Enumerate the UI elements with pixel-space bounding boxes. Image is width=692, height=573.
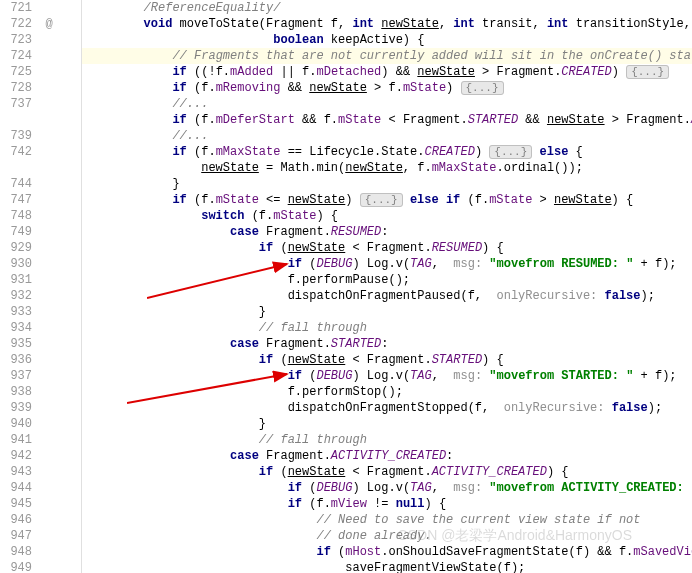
line-number[interactable]: 721	[0, 0, 32, 16]
line-number[interactable]: 939	[0, 400, 32, 416]
line-number[interactable]: 728	[0, 80, 32, 96]
code-line[interactable]: if (f.mMaxState == Lifecycle.State.CREAT…	[82, 144, 692, 160]
gutter-marker	[40, 96, 58, 112]
token: ,	[432, 257, 446, 271]
token: < Fragment.	[381, 113, 467, 127]
code-line[interactable]: //...	[82, 96, 692, 112]
code-line[interactable]: if (newState < Fragment.RESUMED) {	[82, 240, 692, 256]
code-line[interactable]: if (f.mDeferStart && f.mState < Fragment…	[82, 112, 692, 128]
line-number[interactable]: 742	[0, 144, 32, 160]
token: int	[547, 17, 569, 31]
line-number[interactable]: 748	[0, 208, 32, 224]
line-number[interactable]: 932	[0, 288, 32, 304]
code-line[interactable]: case Fragment.RESUMED:	[82, 224, 692, 240]
code-line[interactable]: boolean keepActive) {	[82, 32, 692, 48]
line-number[interactable]: 723	[0, 32, 32, 48]
line-number[interactable]: 930	[0, 256, 32, 272]
gutter-marker	[40, 288, 58, 304]
code-line[interactable]: // fall through	[82, 320, 692, 336]
token: newState	[417, 65, 475, 79]
gutter-marker	[40, 256, 58, 272]
line-number[interactable]: 938	[0, 384, 32, 400]
line-number[interactable]: 937	[0, 368, 32, 384]
line-number[interactable]: 747	[0, 192, 32, 208]
watermark: CSDN @老梁学Android&HarmonyOS	[398, 527, 632, 543]
line-number[interactable]: 722	[0, 16, 32, 32]
token: if	[316, 545, 330, 559]
line-number[interactable]: 941	[0, 432, 32, 448]
code-line[interactable]: // fall through	[82, 432, 692, 448]
line-number[interactable]: 942	[0, 448, 32, 464]
line-number[interactable]: 940	[0, 416, 32, 432]
token: ,	[432, 369, 446, 383]
code-line[interactable]: //...	[82, 128, 692, 144]
token: (f.	[187, 193, 216, 207]
line-number[interactable]: 934	[0, 320, 32, 336]
code-line[interactable]: case Fragment.STARTED:	[82, 336, 692, 352]
code-line[interactable]: if (f.mRemoving && newState > f.mState) …	[82, 80, 692, 96]
token: // Fragments that are not currently adde…	[172, 49, 692, 63]
code-line[interactable]: if (newState < Fragment.STARTED) {	[82, 352, 692, 368]
gutter-marker	[40, 144, 58, 160]
code-line[interactable]: }	[82, 176, 692, 192]
line-number[interactable]: 935	[0, 336, 32, 352]
code-line[interactable]: }	[82, 416, 692, 432]
token: , f.	[403, 161, 432, 175]
gutter-marker	[40, 176, 58, 192]
token: ) Log.	[352, 369, 395, 383]
code-line[interactable]: if (DEBUG) Log.v(TAG, msg: "movefrom ACT…	[82, 480, 692, 496]
line-number[interactable]: 948	[0, 544, 32, 560]
token: if	[172, 81, 186, 95]
code-line[interactable]: if (DEBUG) Log.v(TAG, msg: "movefrom STA…	[82, 368, 692, 384]
code-line[interactable]: /ReferenceEquality/	[82, 0, 692, 16]
code-line[interactable]: f.performStop();	[82, 384, 692, 400]
line-number[interactable]: 947	[0, 528, 32, 544]
code-line[interactable]: if (newState < Fragment.ACTIVITY_CREATED…	[82, 464, 692, 480]
code-line[interactable]: void moveToState(Fragment f, int newStat…	[82, 16, 692, 32]
code-line[interactable]: // Fragments that are not currently adde…	[82, 48, 692, 64]
code-line[interactable]: dispatchOnFragmentPaused(f, onlyRecursiv…	[82, 288, 692, 304]
marker-column[interactable]: @	[40, 0, 58, 573]
token: .onShouldSaveFragmentState(f) && f.	[381, 545, 633, 559]
code-area[interactable]: /ReferenceEquality/ void moveToState(Fra…	[82, 0, 692, 573]
line-number[interactable]: 943	[0, 464, 32, 480]
fold-column[interactable]	[68, 0, 82, 573]
line-number[interactable]: 949	[0, 560, 32, 573]
line-number[interactable]	[0, 160, 32, 176]
code-line[interactable]: case Fragment.ACTIVITY_CREATED:	[82, 448, 692, 464]
code-line[interactable]: if (f.mView != null) {	[82, 496, 692, 512]
code-line[interactable]: // Need to save the current view state i…	[82, 512, 692, 528]
line-number[interactable]: 725	[0, 64, 32, 80]
line-number[interactable]: 945	[0, 496, 32, 512]
code-line[interactable]: if (f.mState <= newState) {...} else if …	[82, 192, 692, 208]
line-number[interactable]: 933	[0, 304, 32, 320]
line-number[interactable]: 944	[0, 480, 32, 496]
code-line[interactable]: }	[82, 304, 692, 320]
line-number[interactable]: 931	[0, 272, 32, 288]
code-line[interactable]: f.performPause();	[82, 272, 692, 288]
line-number[interactable]: 749	[0, 224, 32, 240]
line-number[interactable]: 929	[0, 240, 32, 256]
code-line[interactable]: saveFragmentViewState(f);	[82, 560, 692, 573]
line-number[interactable]: 737	[0, 96, 32, 112]
code-line[interactable]: if (mHost.onShouldSaveFragmentState(f) &…	[82, 544, 692, 560]
code-line[interactable]: switch (f.mState) {	[82, 208, 692, 224]
line-number-gutter[interactable]: 7217227237247257287377397427447477487499…	[0, 0, 40, 573]
breakpoint-column[interactable]	[58, 0, 68, 573]
line-number[interactable]: 739	[0, 128, 32, 144]
line-number[interactable]: 724	[0, 48, 32, 64]
token: //...	[172, 97, 208, 111]
gutter-marker	[40, 304, 58, 320]
code-line[interactable]: newState = Math.min(newState, f.mMaxStat…	[82, 160, 692, 176]
line-number[interactable]: 946	[0, 512, 32, 528]
token: = Math.	[259, 161, 317, 175]
line-number[interactable]: 744	[0, 176, 32, 192]
code-line[interactable]: if ((!f.mAdded || f.mDetached) && newSta…	[82, 64, 692, 80]
line-number[interactable]: 936	[0, 352, 32, 368]
gutter-marker	[40, 320, 58, 336]
code-line[interactable]: if (DEBUG) Log.v(TAG, msg: "movefrom RES…	[82, 256, 692, 272]
token: false	[612, 401, 648, 415]
code-line[interactable]: dispatchOnFragmentStopped(f, onlyRecursi…	[82, 400, 692, 416]
token: mDeferStart	[216, 113, 295, 127]
line-number[interactable]	[0, 112, 32, 128]
